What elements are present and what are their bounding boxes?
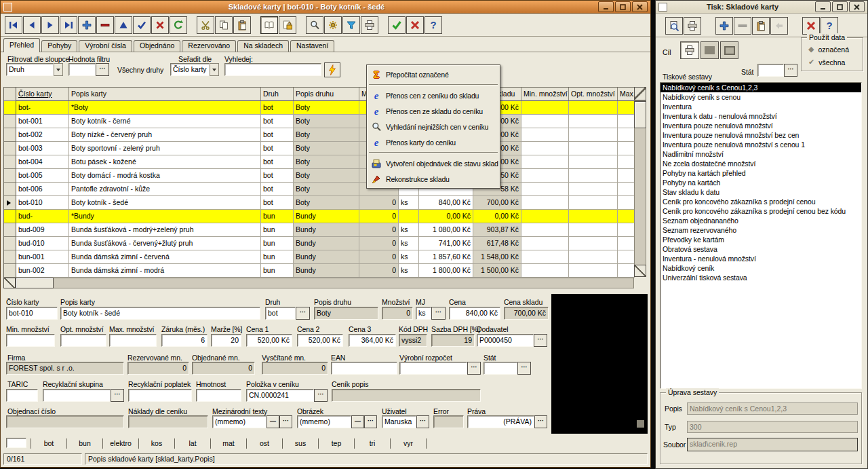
print-stat-browse-button[interactable]: ··· — [784, 64, 797, 77]
report-item[interactable]: Ceník pro koncového zákazníka s prodejní… — [660, 197, 861, 206]
row-selector[interactable] — [4, 155, 16, 169]
menu-item-vytvo-en-objedn-vek-dle-stavu-skladu[interactable]: Vytvoření objednávek dle stavu skladu — [368, 155, 498, 171]
column-header[interactable]: Popis karty — [69, 88, 261, 101]
toolbar-book-button[interactable] — [260, 16, 278, 34]
table-row[interactable]: bot-010Boty kotník - šedébotBoty0ks840,0… — [4, 196, 635, 210]
vyrobni-rozpocet-field[interactable] — [399, 362, 467, 375]
resize-grip[interactable] — [637, 420, 644, 428]
vyrobni-rozpocet-browse-button[interactable]: ··· — [467, 362, 481, 375]
main-titlebar[interactable]: Skladové karty | bot-010 - Boty kotník -… — [1, 1, 650, 14]
output-screen-button[interactable] — [720, 41, 738, 59]
zaruka-field[interactable]: 6 — [161, 334, 208, 347]
print-close-button[interactable] — [849, 1, 865, 12]
print-minimize-button[interactable] — [815, 1, 831, 12]
use-data-option-marked[interactable]: ◆ označená — [808, 45, 849, 54]
row-selector[interactable] — [4, 169, 16, 183]
print-titlebar[interactable]: Tisk: Skladové karty — [656, 1, 867, 14]
dodavatel-field[interactable]: P0000450 — [477, 334, 534, 347]
row-selector[interactable] — [4, 115, 16, 128]
toolbar-nav-next-button[interactable] — [41, 16, 59, 34]
close-button[interactable] — [632, 1, 648, 12]
toolbar-close-button[interactable] — [406, 16, 424, 34]
sort-dropdown-icon[interactable] — [210, 63, 219, 76]
table-row[interactable]: bun-001Bunda dámská zimní - červenábunBu… — [4, 250, 635, 264]
min-mnozstvi-field[interactable] — [6, 334, 55, 347]
print-toolbar-close-button[interactable] — [802, 17, 820, 35]
toolbar-remove-button[interactable] — [96, 16, 114, 34]
tab-v-robn-sla[interactable]: Výrobní čísla — [79, 40, 132, 52]
report-item[interactable]: Obratová sestava — [660, 244, 861, 254]
hmotnost-field[interactable] — [196, 389, 241, 402]
row-selector[interactable] — [4, 210, 16, 223]
obrazek-clear-button[interactable]: — — [351, 415, 364, 428]
toolbar-filter-button[interactable] — [342, 16, 360, 34]
prava-browse-button[interactable]: ··· — [534, 415, 547, 428]
prava-field[interactable]: (PRÁVA) — [467, 415, 534, 428]
category-tab-vyr[interactable]: vyr — [391, 439, 426, 447]
taric-field[interactable] — [6, 389, 38, 402]
marze-field[interactable]: 20 — [211, 334, 241, 347]
column-header[interactable]: Druh — [261, 88, 294, 101]
table-row[interactable]: bud-010Bunda šusťáková - červený+žlutý p… — [4, 237, 635, 250]
toolbar-paste-button[interactable] — [233, 16, 251, 34]
toolbar-ok-button[interactable] — [388, 16, 406, 34]
column-header[interactable]: Min. množství — [521, 88, 569, 101]
report-item[interactable]: Inventura — [660, 102, 861, 111]
report-item[interactable]: Inventura pouze nenulová množství bez ce… — [660, 130, 861, 140]
report-item[interactable]: Ceník pro koncového zákazníka s prodejní… — [660, 206, 861, 216]
fast-scroll-button[interactable] — [634, 265, 646, 277]
horizontal-scroll-corner-button[interactable] — [3, 278, 16, 288]
druh-field[interactable]: bot — [265, 307, 296, 320]
category-filter-input[interactable] — [6, 438, 26, 448]
row-selector[interactable] — [4, 237, 16, 250]
table-row[interactable]: bot-001Boty kotník - černébotBoty00 Kč — [4, 115, 635, 128]
report-item[interactable]: Nadlimitní množství — [660, 149, 861, 159]
category-tab-ost[interactable]: ost — [247, 439, 282, 447]
cena2-field[interactable]: 520,00 Kč — [297, 334, 343, 347]
polozka-browse-button[interactable]: ··· — [314, 389, 328, 402]
cena-field[interactable]: 840,00 Kč — [449, 307, 500, 320]
print-toolbar-help-button[interactable]: ? — [821, 17, 838, 35]
row-selector[interactable] — [4, 250, 16, 264]
category-tab-lat[interactable]: lat — [175, 439, 210, 447]
current-row-selector[interactable] — [4, 196, 16, 210]
table-row[interactable]: bot-006Pantofle zdravotní - kůžebotBoty5… — [4, 183, 635, 196]
polozka-field[interactable]: CN.0000241 — [246, 389, 314, 402]
report-item[interactable]: Stav skladu k datu — [660, 187, 861, 197]
toolbar-add-button[interactable] — [78, 16, 96, 34]
toolbar-settings-button[interactable] — [324, 16, 342, 34]
tab-na-skladech[interactable]: Na skladech — [237, 40, 289, 52]
print-toolbar-print-button[interactable] — [684, 17, 701, 35]
output-file-button[interactable] — [701, 41, 719, 59]
column-header[interactable]: Popis druhu — [294, 88, 359, 101]
menu-item-rekonstrukce-skladu[interactable]: Rekonstrukce skladu — [368, 171, 498, 187]
menu-item-p-epo-tat-ozna-en-[interactable]: ΣPřepočítat označené — [368, 67, 498, 82]
mj-browse-button[interactable]: ··· — [431, 307, 446, 320]
uzivatel-browse-button[interactable]: ··· — [416, 415, 429, 428]
search-run-button[interactable] — [324, 62, 340, 77]
filter-value-input[interactable] — [68, 63, 96, 76]
header-row-selector[interactable] — [4, 88, 16, 101]
menu-item-p-enos-cen-ze-skladu-do-cen-ku[interactable]: ePřenos cen ze skladu do ceníku — [368, 103, 498, 119]
menu-item-p-enos-cen-z-cen-ku-do-skladu[interactable]: ePřenos cen z ceníku do skladu — [368, 88, 498, 103]
category-tab-elektro[interactable]: elektro — [103, 439, 138, 447]
toolbar-nav-prev-button[interactable] — [23, 16, 41, 34]
report-item[interactable]: Inventura pouze nenulová množství s ceno… — [660, 140, 861, 149]
recykl-skupina-field[interactable] — [43, 389, 111, 402]
horizontal-scrollbar-thumb[interactable] — [16, 278, 54, 288]
row-selector[interactable] — [4, 264, 16, 278]
print-stat-input[interactable] — [757, 64, 784, 77]
report-item[interactable]: Nabídkový ceník — [660, 263, 861, 273]
toolbar-lock-button[interactable] — [279, 16, 296, 34]
toolbar-search-button[interactable] — [306, 16, 323, 34]
opt-mnozstvi-field[interactable] — [60, 334, 106, 347]
category-tab-bot[interactable]: bot — [31, 439, 66, 447]
table-row[interactable]: bud-009Bunda šusťáková - modrý+zelený pr… — [4, 223, 635, 237]
max-mnozstvi-field[interactable] — [109, 334, 157, 347]
popis-karty-field[interactable]: Boty kotník - šedé — [60, 307, 260, 320]
uzivatel-field[interactable]: Maruska — [382, 415, 416, 428]
row-selector[interactable] — [4, 223, 16, 237]
table-row[interactable]: bun-002Bunda dámská zimní - modrábunBund… — [4, 264, 635, 278]
report-item[interactable]: Pohyby na kartách přehled — [660, 168, 861, 178]
category-tab-tri[interactable]: tri — [355, 439, 390, 447]
